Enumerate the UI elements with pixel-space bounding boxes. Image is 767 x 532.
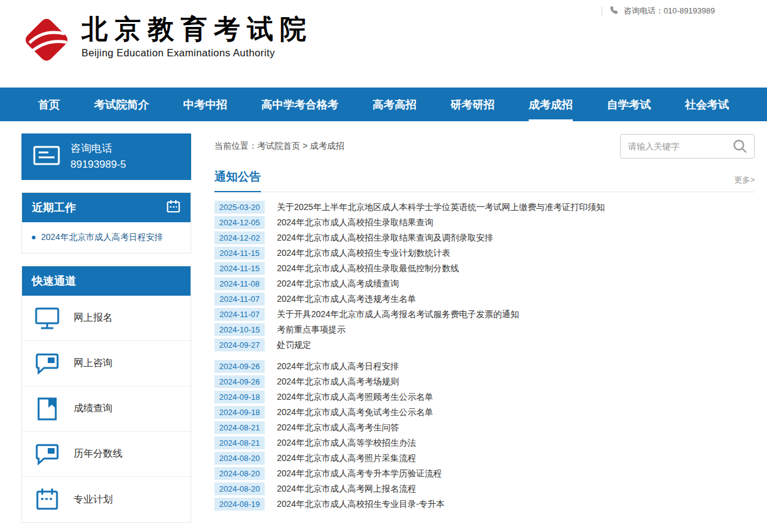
notice-row[interactable]: 2024-12-052024年北京市成人高校招生录取结果查询 <box>214 216 755 229</box>
nav-item-shehui[interactable]: 社会考试 <box>685 88 729 121</box>
nav-item-gaozhong[interactable]: 高中学考合格考 <box>262 88 339 121</box>
notice-row[interactable]: 2024-09-182024年北京市成人高考照顾考生公示名单 <box>214 391 755 403</box>
contact-card-icon <box>32 144 61 170</box>
recent-work-header: 近期工作 <box>22 193 191 222</box>
notice-link[interactable]: 2024年北京市成人高考成绩查询 <box>277 277 399 290</box>
notice-date: 2024-08-20 <box>214 482 265 495</box>
notice-link[interactable]: 2024年北京市成人高校招生专业目录-专升本 <box>277 498 445 511</box>
notice-more-link[interactable]: 更多> <box>734 174 755 192</box>
notice-date: 2024-11-15 <box>214 247 265 260</box>
notice-link[interactable]: 2024年北京市成人高考照顾考生公示名单 <box>277 391 433 403</box>
notice-link[interactable]: 考前重点事项提示 <box>277 323 346 336</box>
notice-link[interactable]: 2024年北京市成人高考专升本学历验证流程 <box>277 467 442 480</box>
main-content: 当前位置：考试院首页 > 成考成招 通知公告 更多> 2025-03-20关于2… <box>214 133 755 523</box>
search-input[interactable] <box>628 141 731 151</box>
notice-row[interactable]: 2024-12-022024年北京市成人高校招生录取结果查询及调剂录取安排 <box>214 231 755 244</box>
nav-item-chengkao[interactable]: 成考成招 <box>529 88 573 121</box>
notice-date: 2025-03-20 <box>214 201 265 214</box>
breadcrumb-home-link[interactable]: 考试院首页 <box>257 141 300 151</box>
notice-link[interactable]: 2024年北京市成人高校招生录取结果查询及调剂录取安排 <box>277 231 493 244</box>
quick-item-label: 网上报名 <box>74 312 113 324</box>
notice-link[interactable]: 处罚规定 <box>277 339 311 351</box>
notice-row[interactable]: 2024-11-152024年北京市成人高校招生录取最低控制分数线 <box>214 262 755 275</box>
notice-link[interactable]: 2024年北京市成人高考违规考生名单 <box>277 293 416 305</box>
notice-date: 2024-11-08 <box>214 277 265 290</box>
notice-section-title: 通知公告 <box>214 169 261 192</box>
quick-item-online-signup[interactable]: 网上报名 <box>22 296 191 341</box>
site-logo-icon <box>21 15 72 67</box>
nav-item-about[interactable]: 考试院简介 <box>94 88 149 121</box>
notice-link[interactable]: 2024年北京市成人高校招生录取结果查询 <box>277 216 433 229</box>
notice-row[interactable]: 2024-08-212024年北京市成人高等学校招生办法 <box>214 436 755 449</box>
quick-channel-header: 快速通道 <box>22 266 191 296</box>
notice-row[interactable]: 2025-03-20关于2025年上半年北京地区成人本科学士学位英语统一考试网上… <box>214 201 755 214</box>
quick-channel-title: 快速通道 <box>32 274 76 288</box>
site-logo-block[interactable]: 北京教育考试院 Beijing Education Examinations A… <box>21 15 313 67</box>
quick-item-label: 历年分数线 <box>74 448 123 460</box>
notice-date: 2024-10-15 <box>214 323 265 336</box>
notice-link[interactable]: 2024年北京市成人高考网上报名流程 <box>277 482 416 495</box>
notice-date: 2024-09-26 <box>214 375 265 388</box>
notice-row[interactable]: 2024-09-262024年北京市成人高考考场规则 <box>214 375 755 388</box>
notice-date: 2024-12-05 <box>214 216 265 229</box>
notice-row[interactable]: 2024-11-072024年北京市成人高考违规考生名单 <box>214 293 755 305</box>
notice-list: 2025-03-20关于2025年上半年北京地区成人本科学士学位英语统一考试网上… <box>214 192 755 511</box>
quick-item-score-query[interactable]: 成绩查询 <box>22 386 191 432</box>
notice-link[interactable]: 2024年北京市成人高考日程安排 <box>277 360 399 373</box>
notice-date: 2024-08-20 <box>214 467 265 480</box>
notice-row[interactable]: 2024-08-202024年北京市成人高考专升本学历验证流程 <box>214 467 755 480</box>
notice-date: 2024-09-27 <box>214 339 265 351</box>
notice-link[interactable]: 2024年北京市成人高考免试考生公示名单 <box>277 406 433 419</box>
nav-item-gaokao[interactable]: 高考高招 <box>372 88 417 121</box>
notice-section-header: 通知公告 更多> <box>214 169 755 192</box>
header-phone: 咨询电话：010-89193989 <box>602 5 715 17</box>
notice-row[interactable]: 2024-11-082024年北京市成人高考成绩查询 <box>214 277 755 290</box>
notice-date: 2024-09-26 <box>214 360 265 373</box>
quick-item-label: 专业计划 <box>74 493 113 506</box>
notice-row[interactable]: 2024-09-262024年北京市成人高考日程安排 <box>214 360 755 373</box>
contact-line1: 咨询电话 <box>70 141 126 157</box>
phone-label: 咨询电话：010-89193989 <box>624 6 715 17</box>
quick-item-score-lines[interactable]: 历年分数线 <box>22 432 191 477</box>
sidebar: 咨询电话 89193989-5 近期工作 2024年北京市成人高考日程安 <box>21 133 191 523</box>
quick-channel-panel: 快速通道 网上报名 <box>21 266 191 523</box>
notice-row[interactable]: 2024-08-202024年北京市成人高考照片采集流程 <box>214 452 755 465</box>
breadcrumb-current[interactable]: 成考成招 <box>310 141 344 151</box>
notice-row[interactable]: 2024-11-152024年北京市成人高校招生专业计划数统计表 <box>214 247 755 260</box>
notice-link[interactable]: 2024年北京市成人高等学校招生办法 <box>277 436 416 449</box>
notice-row[interactable]: 2024-08-192024年北京市成人高校招生专业目录-专升本 <box>214 498 755 511</box>
notice-link[interactable]: 2024年北京市成人高考考场规则 <box>277 375 399 388</box>
notice-date: 2024-11-07 <box>214 308 265 321</box>
book-icon <box>33 395 61 422</box>
notice-row[interactable]: 2024-09-182024年北京市成人高考免试考生公示名单 <box>214 406 755 419</box>
nav-item-zixue[interactable]: 自学考试 <box>607 88 651 121</box>
site-subtitle: Beijing Education Examinations Authority <box>81 47 313 59</box>
nav-item-home[interactable]: 首页 <box>38 88 60 121</box>
divider <box>602 6 602 16</box>
recent-work-item[interactable]: 2024年北京市成人高考日程安排 <box>22 222 191 253</box>
notice-link[interactable]: 关于2025年上半年北京地区成人本科学士学位英语统一考试网上缴费与准考证打印须知 <box>277 201 605 214</box>
recent-work-link[interactable]: 2024年北京市成人高考日程安排 <box>41 232 163 243</box>
nav-item-yankao[interactable]: 研考研招 <box>451 88 495 121</box>
contact-card: 咨询电话 89193989-5 <box>21 133 191 180</box>
notice-link[interactable]: 2024年北京市成人高考照片采集流程 <box>277 452 416 465</box>
notice-link[interactable]: 2024年北京市成人高校招生录取最低控制分数线 <box>277 262 459 275</box>
notice-link[interactable]: 2024年北京市成人高考考生问答 <box>277 421 399 434</box>
notice-row[interactable]: 2024-08-212024年北京市成人高考考生问答 <box>214 421 755 434</box>
notice-link[interactable]: 2024年北京市成人高校招生专业计划数统计表 <box>277 247 450 260</box>
quick-item-online-consult[interactable]: 网上咨询 <box>22 341 191 386</box>
calendar-icon <box>33 486 61 513</box>
page-header: 咨询电话：010-89193989 北京教育考试院 Beijing Educat… <box>0 0 767 88</box>
nav-item-zhongkao[interactable]: 中考中招 <box>183 88 227 121</box>
notice-row[interactable]: 2024-10-15考前重点事项提示 <box>214 323 755 336</box>
notice-row[interactable]: 2024-11-07关于开具2024年北京市成人高考报名考试服务费电子发票的通知 <box>214 308 755 321</box>
quick-item-label: 成绩查询 <box>74 402 113 415</box>
notice-date: 2024-09-18 <box>214 406 265 419</box>
notice-date: 2024-09-18 <box>214 391 265 403</box>
notice-row[interactable]: 2024-09-27处罚规定 <box>214 339 755 351</box>
quick-item-major-plan[interactable]: 专业计划 <box>22 477 191 522</box>
search-icon[interactable] <box>731 137 749 155</box>
notice-row[interactable]: 2024-08-202024年北京市成人高考网上报名流程 <box>214 482 755 495</box>
notice-link[interactable]: 关于开具2024年北京市成人高考报名考试服务费电子发票的通知 <box>277 308 519 321</box>
bullet-icon <box>32 236 36 239</box>
